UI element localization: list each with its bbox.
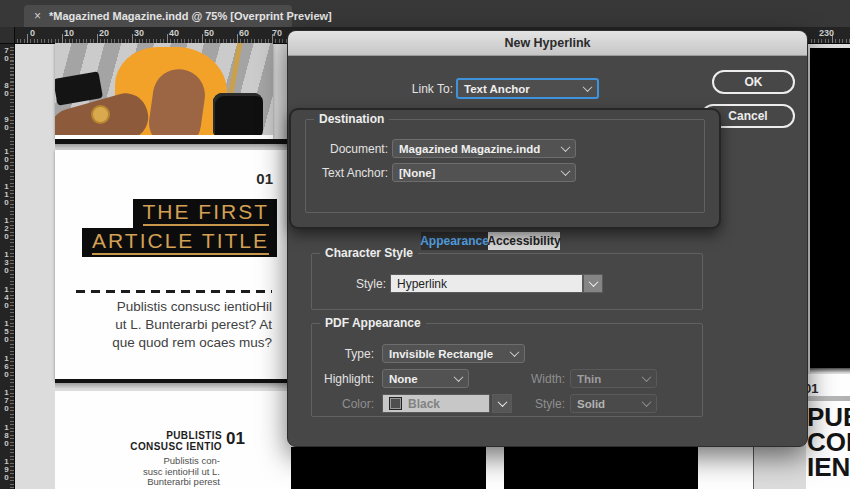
text-anchor-label: Text Anchor:	[306, 166, 388, 180]
spread-edge-shadow	[810, 368, 850, 373]
ruler-label: 160	[0, 354, 13, 378]
article-title: THE FIRST ARTICLE TITLE	[70, 199, 277, 257]
new-hyperlink-dialog: New Hyperlink Link To: Text Anchor OK Ca…	[287, 30, 808, 447]
right-black-page	[810, 48, 850, 368]
chevron-down-icon	[561, 142, 571, 152]
chevron-down-icon	[588, 277, 598, 287]
vertical-ruler[interactable]: 70 80 90 100 110 120 130 140 150 160 170…	[0, 43, 15, 489]
ruler-label: 60	[239, 28, 249, 38]
document-tab-bar: × *Magazined Magazine.indd @ 75% [Overpr…	[0, 0, 850, 27]
type-label: Type:	[312, 347, 374, 361]
document-tab-title: *Magazined Magazine.indd @ 75% [Overprin…	[49, 10, 332, 22]
right-article-title: PUBLISTIS CONSUSC IENTIO	[807, 405, 850, 480]
ruler-label: 100	[0, 147, 13, 171]
footer-heading: PUBLISTIS CONSUSC IENTIO	[55, 431, 222, 452]
gray-bar	[804, 396, 850, 401]
width-label: Width:	[503, 372, 565, 386]
ruler-label: 110	[0, 182, 13, 206]
destination-legend: Destination	[314, 112, 389, 126]
ruler-label: 170	[0, 388, 13, 412]
ok-button[interactable]: OK	[712, 70, 795, 94]
link-to-label: Link To:	[388, 82, 453, 96]
ruler-label: 140	[0, 285, 13, 309]
pdf-style-dropdown: Solid	[570, 394, 657, 413]
ruler-label: 70	[0, 46, 13, 62]
page-edge-line	[753, 447, 754, 489]
pdf-appearance-legend: PDF Appearance	[320, 316, 426, 330]
article-title-line2: ARTICLE TITLE	[82, 228, 277, 257]
article-title-line1: THE FIRST	[133, 199, 278, 228]
article-paragraph: Publistis consusc ientioHil ut L. Bunter…	[70, 298, 272, 352]
text-anchor-dropdown[interactable]: [None]	[392, 163, 576, 182]
link-to-dropdown[interactable]: Text Anchor	[456, 78, 599, 99]
ruler-label: 150	[0, 319, 13, 343]
destination-group: Destination Document: Magazined Magazine…	[305, 119, 705, 213]
close-icon[interactable]: ×	[34, 10, 41, 22]
document-dropdown[interactable]: Magazined Magazine.indd	[392, 139, 576, 158]
photo-bag	[213, 93, 263, 135]
ruler-label: 20	[99, 28, 109, 38]
destination-panel: Destination Document: Magazined Magazine…	[289, 108, 721, 229]
pdf-style-label: Style:	[503, 397, 565, 411]
dashed-rule	[76, 290, 272, 293]
chevron-down-icon	[561, 166, 571, 176]
ruler-label: 120	[0, 216, 13, 240]
photo-bag-chain	[228, 43, 244, 99]
footer-page-number: 01	[226, 429, 245, 449]
document-tab[interactable]: × *Magazined Magazine.indd @ 75% [Overpr…	[24, 5, 292, 27]
ruler-label: 130	[0, 250, 13, 274]
highlight-dropdown[interactable]: None	[382, 369, 469, 388]
ruler-label: 0	[30, 28, 35, 38]
image-frame	[504, 447, 698, 489]
magazine-photo	[55, 43, 273, 135]
indesign-window: × *Magazined Magazine.indd @ 75% [Overpr…	[0, 0, 850, 489]
character-style-dropdown-button[interactable]	[583, 274, 603, 293]
footer-text: Publistis con- susc ientioHil ut L. Bunt…	[55, 456, 220, 488]
character-style-group: Character Style Style: Hyperlink	[311, 253, 703, 310]
style-label: Style:	[338, 277, 386, 291]
photo-watch	[91, 105, 110, 124]
dialog-title: New Hyperlink	[504, 36, 590, 50]
ruler-label: 30	[134, 28, 144, 38]
ruler-label: 180	[0, 423, 13, 447]
color-label: Color:	[312, 397, 374, 411]
document-label: Document:	[306, 142, 388, 156]
ruler-label: 90	[0, 115, 13, 131]
chevron-down-icon	[583, 82, 593, 92]
ruler-label: 10	[64, 28, 74, 38]
tab-appearance[interactable]: Appearance	[421, 232, 488, 250]
color-dropdown: Black	[382, 394, 490, 413]
ruler-label: 190	[0, 457, 13, 481]
color-swatch	[389, 397, 402, 410]
pdf-appearance-group: PDF Appearance Type: Invisible Rectangle…	[311, 323, 703, 417]
dialog-titlebar[interactable]: New Hyperlink	[288, 31, 807, 56]
tab-accessibility[interactable]: Accessibility	[488, 232, 560, 250]
ruler-label: 80	[0, 81, 13, 97]
character-style-legend: Character Style	[320, 246, 418, 260]
type-dropdown[interactable]: Invisible Rectangle	[382, 344, 525, 363]
chevron-down-icon	[642, 397, 652, 407]
width-dropdown: Thin	[570, 369, 657, 388]
character-style-dropdown[interactable]: Hyperlink	[390, 274, 583, 293]
ruler-corner-box	[0, 27, 15, 44]
ruler-label: 50	[204, 28, 214, 38]
page-number: 01	[240, 170, 273, 187]
chevron-down-icon	[510, 347, 520, 357]
ruler-label: 230	[819, 28, 834, 38]
chevron-down-icon	[454, 372, 464, 382]
chevron-down-icon	[642, 372, 652, 382]
spread-edge-shadow	[55, 383, 287, 389]
ruler-label: 70	[272, 28, 282, 38]
highlight-label: Highlight:	[312, 372, 374, 386]
ruler-label: 40	[169, 28, 179, 38]
image-frame	[291, 447, 486, 489]
